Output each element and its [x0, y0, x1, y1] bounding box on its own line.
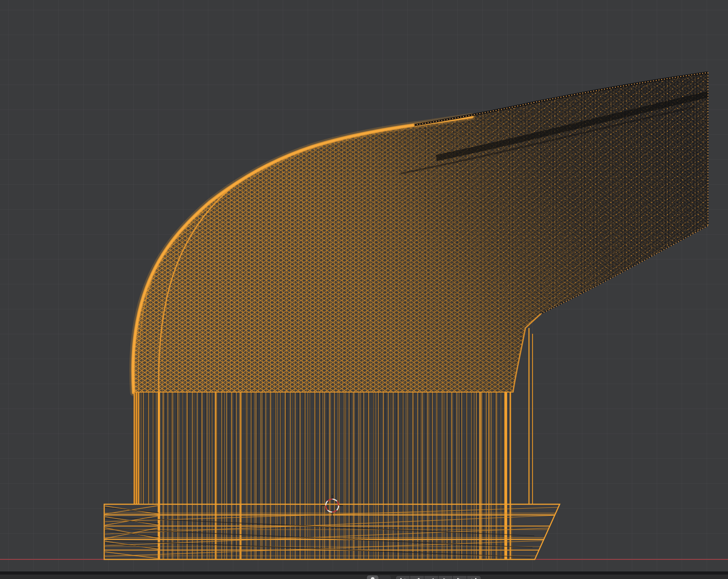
playback-controls: [395, 575, 481, 579]
play-reverse-button[interactable]: [424, 576, 438, 579]
next-keyframe-button[interactable]: [453, 576, 467, 579]
play-button[interactable]: [439, 576, 452, 579]
timeline-strip: [0, 575, 728, 579]
viewport-3d[interactable]: [0, 0, 728, 571]
keying-options-button[interactable]: [379, 575, 391, 579]
jump-to-start-button[interactable]: [396, 576, 410, 579]
record-dot-icon: [371, 577, 374, 579]
editor-separator[interactable]: [0, 571, 728, 575]
timeline-left-controls: [367, 575, 391, 579]
jump-to-end-button[interactable]: [467, 576, 481, 579]
previous-keyframe-button[interactable]: [410, 576, 424, 579]
auto-keying-toggle[interactable]: [367, 575, 378, 579]
